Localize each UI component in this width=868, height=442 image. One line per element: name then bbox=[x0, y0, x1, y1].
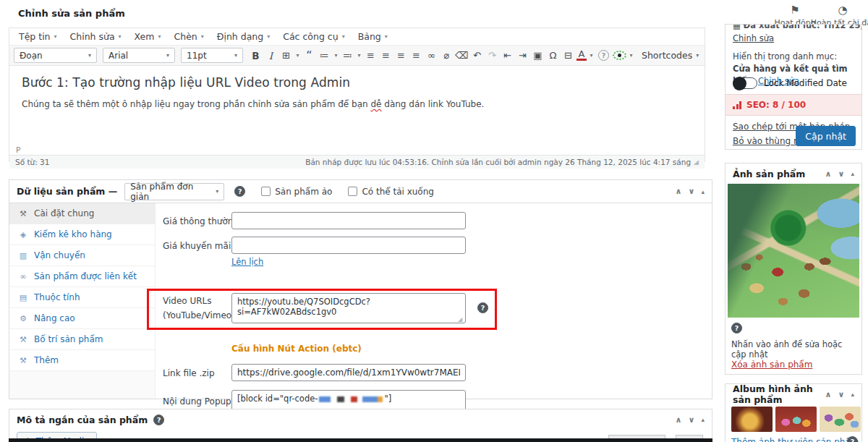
move-down-icon[interactable]: ∨ bbox=[689, 415, 695, 425]
clear-formatting-button[interactable]: ⌫ bbox=[455, 48, 469, 64]
checkbox-icon bbox=[348, 187, 357, 196]
autosave-info: Bản nháp được lưu lúc 04:53:16. Chỉnh sử… bbox=[305, 158, 691, 166]
update-button[interactable]: Cập nhật bbox=[796, 126, 856, 146]
gallery-help-icon[interactable]: ? bbox=[847, 436, 858, 442]
text-color-button[interactable]: A bbox=[576, 50, 587, 61]
remove-product-image-link[interactable]: Xóa ảnh sản phẩm bbox=[731, 360, 812, 370]
wrench-icon: ⚒ bbox=[18, 209, 28, 218]
numbered-list-button[interactable]: ≕ bbox=[341, 48, 354, 64]
editor-help-icon[interactable]: ? bbox=[598, 50, 609, 61]
menu-insert[interactable]: Chèn▾ bbox=[168, 28, 210, 45]
redo-button[interactable]: ↷ bbox=[485, 48, 499, 64]
tab-general[interactable]: ⚒Cài đặt chung bbox=[9, 203, 155, 224]
plugin-caret-icon[interactable]: ▾ bbox=[628, 48, 634, 64]
numbered-list-caret-icon[interactable]: ▾ bbox=[356, 48, 362, 64]
popup-content-label: Nội dung Popup bbox=[163, 396, 231, 407]
block-format-select[interactable]: Đoạn▾ bbox=[14, 48, 97, 63]
checkbox-icon bbox=[261, 187, 271, 196]
move-up-icon[interactable]: ∧ bbox=[825, 169, 832, 179]
move-up-icon[interactable]: ∧ bbox=[825, 390, 832, 399]
tab-more[interactable]: ⚒Thêm bbox=[9, 350, 155, 371]
tab-linked-products[interactable]: ∞Sản phẩm được liên kết bbox=[9, 266, 155, 287]
add-gallery-images-link[interactable]: Thêm ảnh thư viện sản phẩm bbox=[731, 437, 859, 442]
link-button[interactable]: ∞ bbox=[425, 48, 438, 64]
product-image[interactable] bbox=[728, 184, 859, 318]
align-right-button[interactable]: ≡ bbox=[394, 48, 408, 64]
text-color-caret-icon[interactable]: ▾ bbox=[588, 48, 595, 64]
tab-advanced[interactable]: ⚙Nâng cao bbox=[9, 308, 155, 329]
product-data-header: Dữ liệu sản phẩm — Sản phẩm đơn giản▾ ? … bbox=[9, 180, 712, 203]
tab-shipping[interactable]: ▥Vận chuyển bbox=[9, 245, 155, 266]
edit-published-link[interactable]: Chỉnh sửa bbox=[733, 33, 854, 43]
font-family-select[interactable]: Arial▾ bbox=[103, 48, 175, 63]
move-down-icon[interactable]: ∨ bbox=[838, 390, 845, 399]
product-gallery-panel: Album hình ảnh sản phẩm ∧ ∨ ▴ Thêm ảnh t… bbox=[725, 383, 862, 442]
outdent-button[interactable]: ⇤ bbox=[501, 48, 514, 64]
editor-content[interactable]: Bước 1: Tạo trường nhập liệu URL Video t… bbox=[9, 66, 705, 144]
plugin-target-icon[interactable] bbox=[613, 51, 626, 60]
italic-button[interactable]: I bbox=[264, 48, 278, 64]
gallery-thumbnail[interactable] bbox=[775, 407, 817, 432]
menu-file[interactable]: Tệp tin▾ bbox=[12, 28, 64, 45]
justify-button[interactable]: ≡ bbox=[409, 48, 423, 64]
collapse-toggle-icon[interactable]: ▴ bbox=[701, 416, 705, 423]
move-down-icon[interactable]: ∨ bbox=[689, 187, 695, 196]
gallery-thumbnail[interactable] bbox=[731, 407, 773, 432]
resize-handle-icon[interactable]: ◢ bbox=[458, 316, 462, 323]
product-data-body: ⚒Cài đặt chung ◈Kiểm kê kho hàng ▥Vận ch… bbox=[9, 203, 712, 399]
bold-button[interactable]: B bbox=[249, 48, 263, 64]
table-button[interactable]: ⊞ bbox=[279, 48, 293, 64]
menu-view[interactable]: Xem▾ bbox=[128, 28, 168, 45]
special-character-button[interactable]: Ω bbox=[546, 48, 560, 64]
calendar-icon: ▦ bbox=[733, 24, 741, 30]
undo-button[interactable]: ↶ bbox=[470, 48, 484, 64]
panel-controls: ∧ ∨ ▴ bbox=[825, 390, 854, 399]
tab-inventory[interactable]: ◈Kiểm kê kho hàng bbox=[9, 224, 155, 245]
product-image-help-icon[interactable]: ? bbox=[731, 323, 742, 333]
move-up-icon[interactable]: ∧ bbox=[676, 415, 682, 425]
bullet-list-button[interactable]: ≔ bbox=[318, 48, 331, 64]
indent-button[interactable]: ⇥ bbox=[516, 48, 529, 64]
collapse-toggle-icon[interactable]: ▴ bbox=[851, 391, 854, 398]
bullet-list-caret-icon[interactable]: ▾ bbox=[333, 48, 339, 64]
page-break-button[interactable]: ⊟ bbox=[561, 48, 575, 64]
tab-product-layout[interactable]: ⚒Bố trí sản phẩm bbox=[9, 329, 155, 350]
product-gallery-title: Album hình ảnh sản phẩm bbox=[733, 383, 825, 405]
page-title: Chỉnh sửa sản phẩm bbox=[18, 8, 125, 19]
table-caret-icon[interactable]: ▾ bbox=[294, 48, 301, 64]
blockquote-button[interactable]: “ bbox=[302, 48, 316, 64]
zip-link-input[interactable] bbox=[231, 364, 466, 381]
menu-edit[interactable]: Chỉnh sửa▾ bbox=[64, 28, 128, 45]
font-size-select[interactable]: 11pt▾ bbox=[181, 48, 243, 63]
resize-handle-icon[interactable]: ◢ bbox=[694, 158, 699, 166]
downloadable-checkbox[interactable]: Có thể tải xuống bbox=[348, 187, 434, 197]
menu-format[interactable]: Định dạng▾ bbox=[210, 28, 276, 45]
align-left-button[interactable]: ≡ bbox=[364, 48, 378, 64]
product-data-title: Dữ liệu sản phẩm — bbox=[17, 186, 117, 197]
video-urls-help-icon[interactable]: ? bbox=[477, 302, 488, 313]
unlink-button[interactable]: ⌀ bbox=[440, 48, 454, 64]
paste-as-text-button[interactable]: ▣ bbox=[531, 48, 545, 64]
lock-modified-date-toggle[interactable] bbox=[733, 77, 757, 89]
element-path[interactable]: P bbox=[9, 144, 705, 155]
regular-price-input[interactable] bbox=[231, 212, 466, 229]
collapse-toggle-icon[interactable]: ▴ bbox=[851, 170, 854, 177]
gallery-thumbnail[interactable] bbox=[820, 407, 861, 432]
move-up-icon[interactable]: ∧ bbox=[676, 187, 682, 196]
content-paragraph: Chúng ta sẽ thêm một ô nhập liệu ngay tr… bbox=[22, 99, 692, 109]
video-urls-input[interactable]: https://youtu.be/Q7SOIDcgCDc?si=AF7kW02A… bbox=[231, 293, 466, 323]
menu-tools[interactable]: Các công cụ▾ bbox=[276, 28, 351, 45]
tab-attributes[interactable]: ▤Thuộc tính bbox=[9, 287, 155, 308]
collapse-toggle-icon[interactable]: ▴ bbox=[701, 188, 705, 195]
shortcodes-dropdown[interactable]: Shortcodes▾ bbox=[642, 50, 699, 61]
product-type-select[interactable]: Sản phẩm đơn giản▾ bbox=[124, 183, 224, 200]
menu-table[interactable]: Bảng▾ bbox=[352, 28, 394, 45]
word-count: Số từ: 31 bbox=[15, 158, 49, 166]
virtual-checkbox[interactable]: Sản phẩm ảo bbox=[261, 187, 332, 197]
align-center-button[interactable]: ≡ bbox=[379, 48, 393, 64]
move-down-icon[interactable]: ∨ bbox=[838, 169, 845, 179]
product-type-help-icon[interactable]: ? bbox=[234, 186, 245, 197]
short-description-help-icon[interactable]: ? bbox=[153, 415, 164, 425]
sale-price-input[interactable] bbox=[231, 237, 466, 254]
schedule-link[interactable]: Lên lịch bbox=[231, 257, 263, 267]
